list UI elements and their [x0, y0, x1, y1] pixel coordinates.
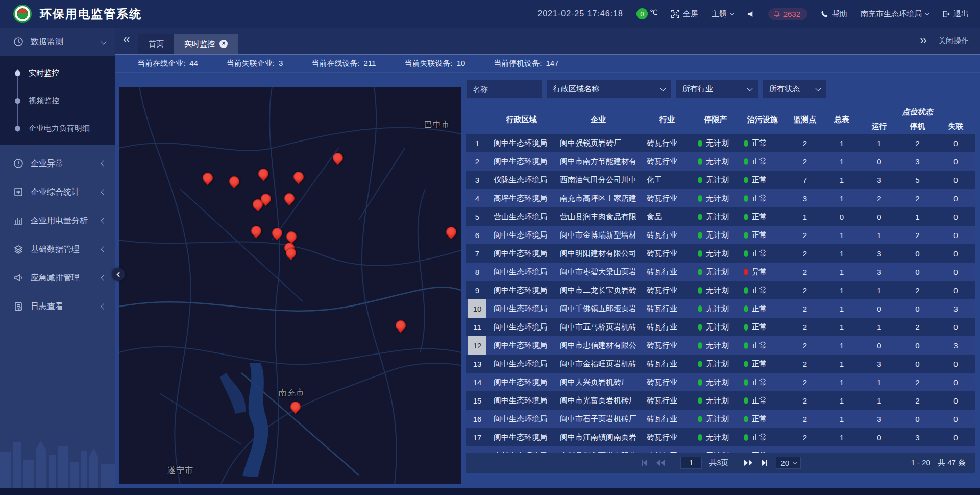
cell-region: 阆中生态环境局	[488, 230, 555, 240]
clock-icon	[13, 37, 23, 47]
table-row[interactable]: 14 阆中生态环境局 阆中大兴页岩机砖厂 砖瓦行业 无计划 正常 2 1 1 2…	[466, 373, 975, 391]
org-dropdown[interactable]: 南充市生态环境局	[861, 9, 929, 19]
row-number: 10	[468, 299, 486, 318]
map-panel[interactable]: 巴中市南充市遂宁市	[119, 87, 461, 484]
page-number-input[interactable]	[680, 457, 702, 469]
help-button[interactable]: 帮助	[821, 9, 847, 19]
tabs-scroll-left-button[interactable]	[122, 36, 131, 46]
logout-button[interactable]: 退出	[942, 9, 969, 19]
table-row[interactable]: 7 阆中生态环境局 阆中明阳建材有限公司 砖瓦行业 无计划 正常 2 1 3 0…	[466, 244, 975, 263]
sidebar-item-emergency-reduction[interactable]: 应急减排管理	[0, 264, 115, 292]
next-page-button[interactable]	[743, 459, 753, 466]
tab-realtime-monitoring[interactable]: 实时监控 ×	[174, 34, 238, 54]
cell-production-limit: 无计划	[693, 414, 739, 424]
cell-company: 阆中市忠信建材有限公	[555, 341, 642, 350]
status-dot-icon	[698, 287, 702, 294]
table-row[interactable]: 2 阆中生态环境局 阆中市南方节能建材有 砖瓦行业 无计划 正常 2 1 0 3…	[466, 152, 975, 171]
previous-page-button[interactable]	[655, 459, 666, 466]
status-dot-icon	[698, 434, 702, 441]
phone-icon	[821, 10, 828, 18]
cell-total-meters: 1	[823, 286, 860, 295]
sidebar-item-power-load-detail[interactable]: 企业电力负荷明细	[0, 114, 115, 142]
status-dot-icon	[744, 232, 748, 239]
footer-strip	[0, 488, 980, 495]
alert-circle-icon	[13, 158, 23, 169]
last-page-button[interactable]	[761, 459, 769, 466]
table-row[interactable]: 3 仪陇生态环境局 西南油气田分公司川中 化工 无计划 正常 7 1 3 5 0	[466, 171, 975, 189]
map-city-label: 遂宁市	[167, 465, 193, 476]
sidebar-item-log-view[interactable]: 日志查看	[0, 292, 115, 321]
sidebar-item-video-monitoring[interactable]: 视频监控	[0, 87, 115, 114]
cell-industry: 砖瓦行业	[642, 194, 693, 203]
status-dot-icon	[744, 397, 748, 404]
cell-monitor-points: 2	[787, 323, 823, 332]
name-filter-input[interactable]	[466, 80, 543, 98]
cell-total-meters: 1	[823, 139, 860, 148]
table-row[interactable]: 17 阆中生态环境局 阆中市江南镇阆南页岩 砖瓦行业 无计划 正常 2 1 0 …	[466, 428, 975, 446]
cell-pollution-facility: 正常	[739, 138, 787, 148]
close-tab-icon[interactable]: ×	[219, 40, 228, 48]
cell-running: 3	[860, 249, 898, 258]
table-row[interactable]: 5 营山生态环境局 营山县润丰肉食品有限 食品 无计划 正常 1 0 0 1 0	[466, 207, 975, 226]
fullscreen-button[interactable]: 全屏	[671, 9, 698, 19]
double-chevron-right-icon[interactable]	[919, 37, 928, 45]
cell-running: 3	[860, 176, 898, 184]
cell-lost: 0	[937, 433, 975, 442]
table-row[interactable]: 12 阆中生态环境局 阆中市忠信建材有限公 砖瓦行业 无计划 正常 2 1 0 …	[466, 336, 975, 355]
divider	[673, 458, 673, 467]
cell-region: 阆中生态环境局	[488, 341, 555, 350]
cell-pollution-facility: 正常	[739, 322, 787, 332]
table-row[interactable]: 18 南部生态环境局 南部县兴华页岩有限公 建材加工 无计划 正常 6 0 0 …	[466, 446, 975, 453]
table-row[interactable]: 4 高坪生态环境局 南充市高坪区王家店建 砖瓦行业 无计划 正常 3 1 2 2…	[466, 189, 975, 207]
sidebar: 数据监测 实时监控 视频监控 企业电力负荷明细	[0, 28, 115, 488]
table-row[interactable]: 1 阆中生态环境局 阆中强锐页岩砖厂 砖瓦行业 无计划 正常 2 1 1 2 0	[466, 134, 975, 152]
table-row[interactable]: 6 阆中生态环境局 阆中市金博瑞新型墙材 砖瓦行业 无计划 正常 2 1 1 2…	[466, 226, 975, 244]
sidebar-collapse-button[interactable]	[112, 268, 125, 281]
table-row[interactable]: 10 阆中生态环境局 阆中千佛镇五郎垭页岩 砖瓦行业 无计划 正常 2 1 0 …	[466, 299, 975, 318]
brand: 环保用电监管系统	[13, 5, 142, 23]
cell-region: 阆中生态环境局	[488, 304, 555, 314]
sound-toggle[interactable]	[747, 10, 755, 18]
table-row[interactable]: 11 阆中生态环境局 阆中市五马桥页岩机砖 砖瓦行业 无计划 正常 2 1 1 …	[466, 318, 975, 336]
status-dot-icon	[744, 342, 748, 349]
table-row[interactable]: 8 阆中生态环境局 阆中市枣碧大梁山页岩 砖瓦行业 无计划 异常 2 1 3 0…	[466, 263, 975, 281]
region-filter-select[interactable]: 行政区域名称	[547, 80, 672, 98]
cell-pollution-facility: 正常	[739, 175, 787, 185]
industry-filter-select[interactable]: 所有行业	[676, 80, 758, 98]
sidebar-item-company-statistics[interactable]: 企业综合统计	[0, 178, 115, 206]
pagination-summary: 1 - 20 共 47 条	[911, 458, 966, 468]
col-company: 企业	[555, 115, 642, 125]
sidebar-item-base-data[interactable]: 基础数据管理	[0, 235, 115, 264]
table-row[interactable]: 9 阆中生态环境局 阆中市二龙长宝页岩砖 砖瓦行业 无计划 正常 2 1 1 2…	[466, 281, 975, 299]
close-operations-button[interactable]: 关闭操作	[938, 36, 969, 46]
cell-lost: 0	[937, 194, 975, 203]
tab-home[interactable]: 首页	[138, 34, 174, 54]
page-size-select[interactable]: 20	[776, 457, 801, 469]
cell-running: 0	[860, 341, 898, 350]
cell-total-meters: 1	[823, 157, 860, 166]
sidebar-item-company-abnormal[interactable]: 企业异常	[0, 149, 115, 178]
row-number: 2	[468, 152, 486, 171]
cell-running: 1	[860, 231, 898, 240]
cell-production-limit: 无计划	[693, 378, 739, 387]
status-filter-select[interactable]: 所有状态	[763, 80, 827, 98]
content-area: 巴中市南充市遂宁市 行政区域名称 所有行业	[115, 73, 980, 488]
temperature: 0 ℃	[636, 8, 658, 19]
org-name: 南充市生态环境局	[861, 9, 922, 19]
theme-dropdown[interactable]: 主题	[712, 9, 734, 19]
table-row[interactable]: 15 阆中生态环境局 阆中市光富页岩机砖厂 砖瓦行业 无计划 正常 2 1 1 …	[466, 391, 975, 410]
cell-production-limit: 无计划	[693, 341, 739, 350]
first-page-button[interactable]	[640, 459, 648, 466]
table-row[interactable]: 16 阆中生态环境局 阆中市石子页岩机砖厂 砖瓦行业 无计划 正常 2 1 3 …	[466, 410, 975, 428]
notification-badge[interactable]: 2632	[768, 8, 807, 20]
cell-pollution-facility: 正常	[739, 341, 787, 350]
sidebar-item-realtime-monitoring[interactable]: 实时监控	[0, 59, 115, 87]
sidebar-item-data-monitoring[interactable]: 数据监测	[0, 28, 115, 56]
stat-label: 当前失联企业:	[227, 59, 275, 68]
cell-lost: 0	[937, 396, 975, 405]
cell-stopped: 0	[898, 415, 937, 423]
table-row[interactable]: 13 阆中生态环境局 阆中市金福旺页岩机砖 砖瓦行业 无计划 正常 2 1 3 …	[466, 355, 975, 373]
cell-lost: 3	[937, 341, 975, 350]
cell-production-limit: 无计划	[693, 286, 739, 295]
sidebar-item-electricity-analysis[interactable]: 企业用电量分析	[0, 206, 115, 235]
